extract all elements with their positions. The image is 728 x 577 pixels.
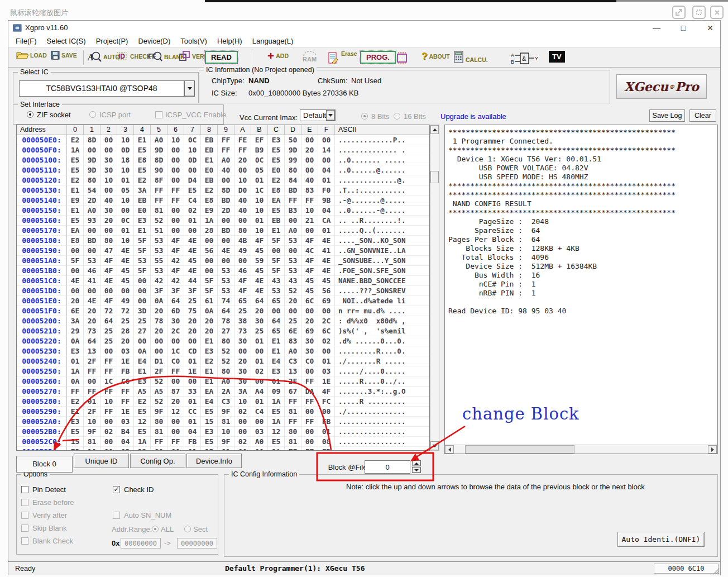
hex-byte[interactable]: 00 [318, 135, 335, 145]
hex-byte[interactable]: E9 [67, 195, 84, 206]
hex-byte[interactable]: E2 [67, 135, 84, 145]
hex-byte[interactable]: 20 [301, 145, 318, 155]
hex-byte[interactable]: 01 [184, 417, 201, 427]
hex-byte[interactable]: 1A [67, 145, 84, 155]
hex-ascii[interactable]: ..............@. [335, 175, 429, 185]
hex-byte[interactable]: 15 [201, 417, 218, 427]
hex-byte[interactable]: 00 [134, 286, 151, 296]
hex-byte[interactable]: 00 [134, 296, 151, 306]
hex-byte[interactable]: 01 [84, 397, 100, 407]
hex-byte[interactable]: 00 [234, 216, 251, 226]
hex-byte[interactable]: EA [67, 226, 84, 236]
hex-byte[interactable]: 30 [234, 376, 251, 387]
menu-item-selectics[interactable]: Select IC(S) [42, 35, 91, 47]
hex-byte[interactable]: 02 [184, 206, 201, 216]
hex-byte[interactable]: 00 [167, 447, 184, 451]
hex-byte[interactable]: E5 [134, 427, 151, 437]
minimize-button[interactable]: — [648, 22, 665, 34]
hex-byte[interactable]: E3 [67, 417, 84, 427]
hex-byte[interactable]: 45 [117, 266, 134, 276]
hex-byte[interactable]: F0 [318, 185, 335, 195]
hex-byte[interactable]: 25 [184, 296, 201, 306]
hex-byte[interactable]: 10 [117, 236, 134, 246]
hex-byte[interactable]: 00 [67, 246, 84, 256]
hex-byte[interactable]: 01 [251, 175, 268, 185]
hex-byte[interactable]: FF [100, 356, 117, 366]
hex-ascii[interactable]: .........R....0. [335, 346, 429, 356]
hex-byte[interactable]: FF [167, 366, 184, 376]
hex-byte[interactable]: 00 [100, 346, 117, 356]
hex-byte[interactable]: E5 [67, 427, 84, 437]
hex-byte[interactable]: E0 [134, 206, 151, 216]
hex-byte[interactable]: 53 [285, 266, 301, 276]
hex-byte[interactable]: 40 [100, 195, 117, 206]
hex-byte[interactable]: 53 [268, 286, 285, 296]
hex-byte[interactable]: 53 [151, 236, 167, 246]
hex-byte[interactable]: FF [301, 376, 318, 387]
hex-byte[interactable]: 00 [151, 336, 167, 346]
hex-byte[interactable]: 00 [184, 165, 201, 175]
hex-byte[interactable]: 00 [100, 417, 117, 427]
hex-ascii[interactable]: ................ [335, 437, 429, 447]
hex-byte[interactable]: 20 [151, 326, 167, 336]
hex-byte[interactable]: 53 [218, 266, 234, 276]
hex-byte[interactable]: 10 [251, 226, 268, 236]
hex-byte[interactable]: 45 [301, 276, 318, 286]
hex-byte[interactable]: 45 [318, 276, 335, 286]
hex-byte[interactable]: 00 [218, 216, 234, 226]
hex-byte[interactable]: 4F [301, 236, 318, 246]
hex-byte[interactable]: 1E [184, 366, 201, 376]
hex-byte[interactable]: 81 [84, 437, 100, 447]
hex-byte[interactable]: 1E [117, 356, 134, 366]
hex-byte[interactable]: 01 [318, 356, 335, 366]
hex-byte[interactable]: 00 [84, 145, 100, 155]
hex-byte[interactable]: 14 [318, 145, 335, 155]
hex-byte[interactable]: 0D [184, 155, 201, 165]
hex-byte[interactable]: 00 [67, 266, 84, 276]
hex-byte[interactable]: 4F [167, 266, 184, 276]
hex-byte[interactable]: 1A [67, 366, 84, 376]
hex-byte[interactable]: 00 [251, 376, 268, 387]
hex-byte[interactable]: 56 [318, 286, 335, 296]
hex-byte[interactable]: 45 [251, 246, 268, 256]
hex-byte[interactable]: 4E [184, 246, 201, 256]
hex-byte[interactable]: FF [301, 195, 318, 206]
hex-byte[interactable]: 69 [318, 296, 335, 306]
hex-byte[interactable]: 01 [318, 427, 335, 437]
hex-byte[interactable]: E3 [67, 346, 84, 356]
hex-byte[interactable]: 64 [251, 296, 268, 306]
hex-byte[interactable]: 2A [218, 387, 234, 397]
menu-item-filef[interactable]: File(F) [11, 35, 42, 47]
hex-byte[interactable]: 9D [151, 145, 167, 155]
hex-byte[interactable]: FF [285, 195, 301, 206]
hex-vscrollbar[interactable] [430, 125, 439, 451]
hex-byte[interactable]: E5 [201, 437, 218, 447]
hex-byte[interactable]: 78 [218, 316, 234, 326]
hex-byte[interactable]: 5F [268, 266, 285, 276]
hex-byte[interactable]: 01 [318, 226, 335, 236]
hex-byte[interactable]: 00 [100, 226, 117, 236]
hex-byte[interactable]: 27 [218, 326, 234, 336]
hex-byte[interactable]: 69 [301, 326, 318, 336]
hex-byte[interactable]: 00 [100, 286, 117, 296]
hex-byte[interactable]: 64 [167, 296, 184, 306]
hex-byte[interactable]: 81 [218, 447, 234, 451]
hex-byte[interactable]: 81 [151, 427, 167, 437]
hex-byte[interactable]: 64 [268, 316, 285, 326]
hex-byte[interactable]: 25 [117, 316, 134, 326]
hex-byte[interactable]: 02 [100, 427, 117, 437]
hex-byte[interactable]: E8 [134, 155, 151, 165]
hex-byte[interactable]: 4F [318, 387, 335, 397]
hex-byte[interactable]: 00 [234, 447, 251, 451]
hex-byte[interactable]: 3F [167, 286, 184, 296]
hex-byte[interactable]: 02 [234, 437, 251, 447]
hex-byte[interactable]: 00 [151, 346, 167, 356]
hex-byte[interactable]: 00 [167, 336, 184, 346]
hex-byte[interactable]: B9 [251, 145, 268, 155]
hex-ascii[interactable]: ................ [335, 427, 429, 437]
hex-byte[interactable]: 90 [151, 165, 167, 175]
hex-byte[interactable]: 13 [84, 346, 100, 356]
hex-byte[interactable]: EB [268, 216, 285, 226]
hex-byte[interactable]: E1 [67, 206, 84, 216]
hex-byte[interactable]: 18 [117, 155, 134, 165]
